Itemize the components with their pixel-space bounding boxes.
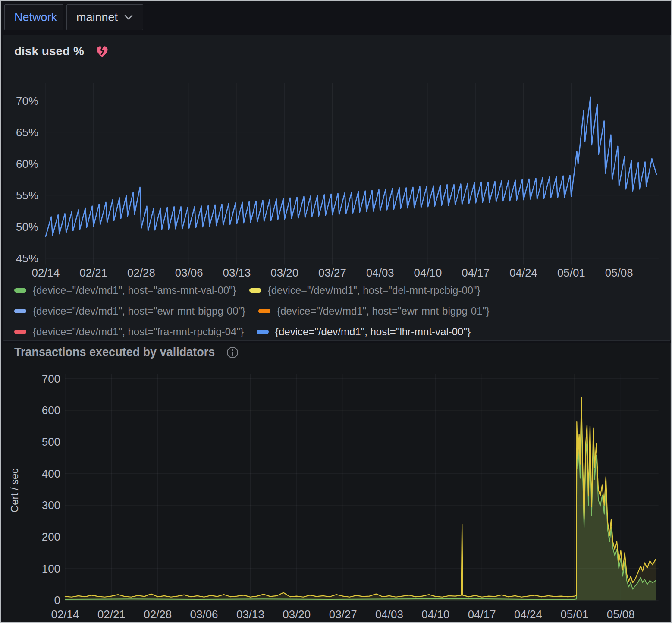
panel-disk-used: disk used % 45%50%55%60%65%70%02/1402/21… bbox=[3, 35, 671, 341]
x-tick-label: 05/01 bbox=[557, 267, 585, 279]
x-tick-label: 02/28 bbox=[144, 608, 172, 620]
x-tick-label: 04/24 bbox=[509, 267, 537, 279]
y-tick-label: 700 bbox=[42, 373, 60, 385]
series-area-series-yellow bbox=[65, 398, 656, 600]
x-tick-label: 03/27 bbox=[318, 267, 346, 279]
series-line-series-yellow bbox=[65, 398, 656, 597]
y-tick-label: 65% bbox=[16, 126, 38, 138]
legend-color-dash bbox=[14, 288, 26, 293]
y-tick-label: 600 bbox=[42, 404, 60, 416]
x-tick-label: 04/24 bbox=[514, 608, 542, 620]
legend-item[interactable]: {device="/dev/md1", host="ewr-mnt-bigpg-… bbox=[258, 305, 490, 317]
x-tick-label: 03/27 bbox=[329, 608, 357, 620]
legend-label: {device="/dev/md1", host="ewr-mnt-bigpg-… bbox=[277, 305, 490, 317]
x-tick-label: 05/01 bbox=[560, 608, 588, 620]
dashboard-topbar: Network mainnet bbox=[1, 1, 671, 34]
legend-color-dash bbox=[249, 288, 261, 293]
y-tick-label: 0 bbox=[54, 594, 60, 606]
y-axis-title: Cert / sec bbox=[9, 469, 20, 513]
transactions-chart[interactable]: 010020030040050060070002/1402/2102/2803/… bbox=[3, 343, 670, 622]
legend-color-dash bbox=[14, 309, 26, 313]
legend-label: {device="/dev/md1", host="lhr-mnt-val-00… bbox=[275, 326, 471, 338]
y-tick-label: 500 bbox=[42, 436, 60, 448]
x-tick-label: 03/06 bbox=[175, 267, 203, 279]
x-tick-label: 03/13 bbox=[236, 608, 264, 620]
dashboard-page: Network mainnet disk used % 45%50%55%60%… bbox=[0, 0, 672, 623]
x-tick-label: 02/21 bbox=[79, 267, 107, 279]
y-tick-label: 200 bbox=[42, 531, 60, 543]
y-tick-label: 60% bbox=[16, 158, 38, 170]
chevron-down-icon bbox=[124, 14, 133, 20]
x-tick-label: 04/03 bbox=[375, 608, 403, 620]
series-line-disk-used-blue bbox=[46, 97, 656, 236]
x-tick-label: 04/10 bbox=[414, 267, 442, 279]
y-tick-label: 300 bbox=[42, 499, 60, 511]
legend-color-dash bbox=[257, 330, 269, 334]
legend-color-dash bbox=[258, 309, 270, 313]
x-tick-label: 04/17 bbox=[462, 267, 490, 279]
legend-label: {device="/dev/md1", host="ewr-mnt-bigpg-… bbox=[33, 305, 245, 317]
x-tick-label: 02/14 bbox=[51, 608, 79, 620]
x-tick-label: 05/08 bbox=[607, 608, 635, 620]
x-tick-label: 02/21 bbox=[97, 608, 126, 620]
x-tick-label: 02/14 bbox=[31, 267, 60, 279]
x-tick-label: 04/03 bbox=[366, 267, 394, 279]
legend-color-dash bbox=[14, 330, 26, 334]
y-tick-label: 400 bbox=[42, 468, 60, 480]
legend-item[interactable]: {device="/dev/md1", host="ewr-mnt-bigpg-… bbox=[14, 305, 245, 317]
y-tick-label: 70% bbox=[16, 95, 38, 107]
x-tick-label: 04/17 bbox=[468, 608, 496, 620]
network-variable-dropdown[interactable]: mainnet bbox=[66, 4, 143, 30]
legend-label: {device="/dev/md1", host="fra-mnt-rpcbig… bbox=[33, 326, 244, 338]
legend-label: {device="/dev/md1", host="ams-mnt-val-00… bbox=[33, 284, 236, 296]
x-tick-label: 03/06 bbox=[190, 608, 218, 620]
legend-item[interactable]: {device="/dev/md1", host="lhr-mnt-val-00… bbox=[257, 326, 471, 338]
panel-transactions: Transactions executed by validators 0100… bbox=[3, 343, 671, 622]
y-tick-label: 100 bbox=[42, 563, 60, 575]
x-tick-label: 03/20 bbox=[283, 608, 311, 620]
network-value-text: mainnet bbox=[76, 11, 118, 24]
x-tick-label: 03/20 bbox=[270, 267, 298, 279]
series-line-series-green bbox=[65, 410, 656, 599]
x-tick-label: 04/10 bbox=[421, 608, 449, 620]
y-tick-label: 55% bbox=[16, 189, 38, 201]
x-tick-label: 03/13 bbox=[223, 267, 251, 279]
legend-label: {device="/dev/md1", host="del-mnt-rpcbig… bbox=[268, 284, 480, 296]
legend-item[interactable]: {device="/dev/md1", host="ams-mnt-val-00… bbox=[14, 284, 236, 296]
x-tick-label: 05/08 bbox=[605, 267, 633, 279]
y-tick-label: 45% bbox=[16, 252, 38, 264]
disk-used-legend: {device="/dev/md1", host="ams-mnt-val-00… bbox=[14, 284, 663, 338]
x-tick-label: 02/28 bbox=[127, 267, 155, 279]
legend-item[interactable]: {device="/dev/md1", host="fra-mnt-rpcbig… bbox=[14, 326, 244, 338]
legend-item[interactable]: {device="/dev/md1", host="del-mnt-rpcbig… bbox=[249, 284, 480, 296]
y-tick-label: 50% bbox=[16, 221, 38, 233]
network-variable-label: Network bbox=[4, 4, 63, 30]
network-label-text: Network bbox=[14, 11, 57, 24]
